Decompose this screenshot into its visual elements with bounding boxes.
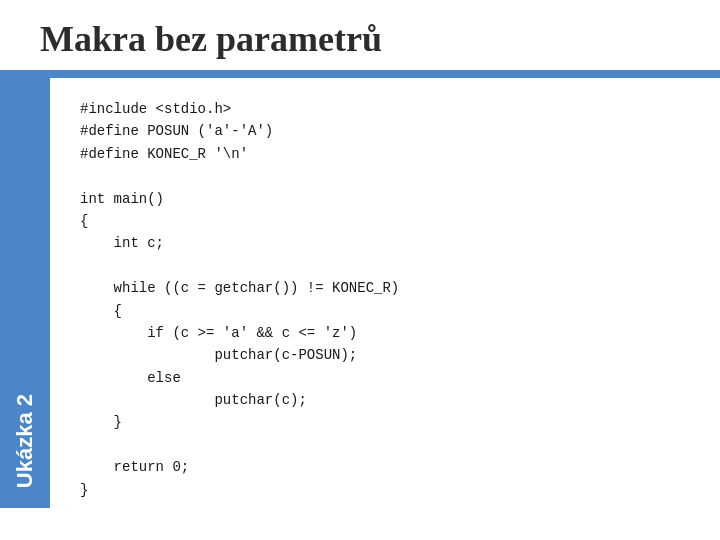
- side-label-bar: Ukázka 2: [0, 78, 50, 508]
- title-area: Makra bez parametrů: [0, 0, 720, 70]
- side-label-text: Ukázka 2: [12, 394, 38, 488]
- code-area: #include <stdio.h> #define POSUN ('a'-'A…: [50, 78, 720, 508]
- code-block: #include <stdio.h> #define POSUN ('a'-'A…: [80, 98, 690, 501]
- main-content: Ukázka 2 #include <stdio.h> #define POSU…: [0, 78, 720, 508]
- page-title: Makra bez parametrů: [40, 18, 680, 60]
- accent-bar: [0, 70, 720, 78]
